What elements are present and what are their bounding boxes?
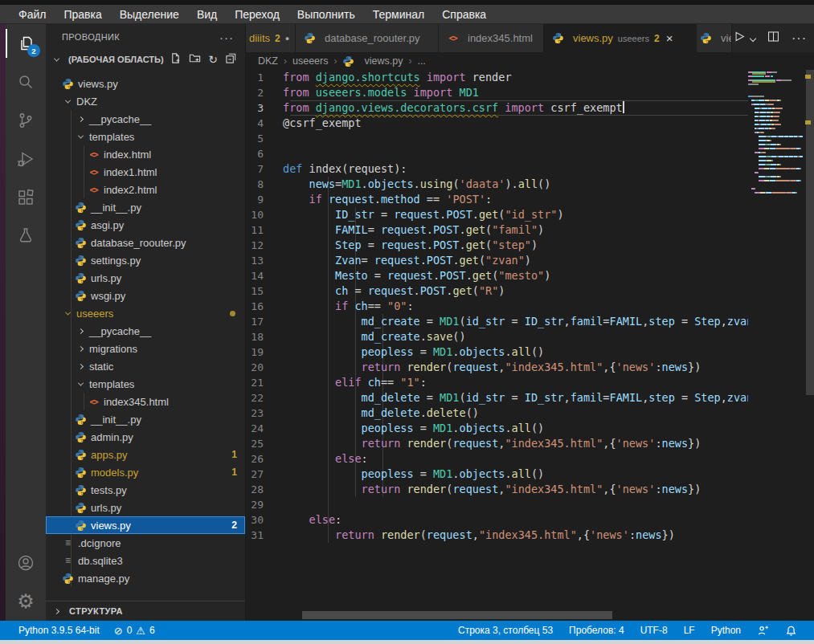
tree-item-models.py[interactable]: models.py1 (46, 463, 245, 481)
language-mode-status[interactable]: Python (706, 625, 747, 636)
tab-diiits[interactable]: diiits2● (246, 24, 296, 52)
code-line-17[interactable]: 17 md_create = MD1(id_str = ID_str,famil… (246, 314, 748, 329)
tree-item-tests.py[interactable]: tests.py (46, 481, 245, 499)
breadcrumb-item[interactable]: DKZ (258, 55, 278, 67)
account-icon[interactable] (6, 544, 46, 582)
tree-item-index345.html[interactable]: <>index345.html (46, 393, 245, 410)
breadcrumb-item[interactable]: views.py (364, 55, 403, 67)
code-line-25[interactable]: 25 return render(request,"index345.html"… (246, 436, 748, 451)
menu-item-Правка[interactable]: Правка (56, 8, 108, 21)
code-line-19[interactable]: 19 peopless = MD1.objects.all() (246, 344, 748, 360)
code-line-16[interactable]: 16 if ch== "0": (246, 299, 748, 314)
tab-index345.html[interactable]: <>index345.html (439, 24, 544, 52)
code-line-22[interactable]: 22 md_delete = MD1(id_str = ID_str,famil… (246, 390, 748, 406)
tree-item-index.html[interactable]: <>index.html (46, 145, 245, 163)
menu-item-Выполнить[interactable]: Выполнить (290, 8, 362, 21)
menu-item-Вид[interactable]: Вид (190, 8, 224, 21)
breadcrumb-item[interactable]: ... (417, 55, 425, 67)
minimap[interactable] (748, 70, 804, 214)
new-file-icon[interactable] (170, 52, 182, 67)
tree-item-admin.py[interactable]: admin.py (46, 428, 245, 446)
code-line-23[interactable]: 23 md_delete.delete() (246, 406, 748, 421)
collapse-all-icon[interactable] (225, 52, 237, 67)
python-interpreter-status[interactable]: Python 3.9.5 64-bit (13, 625, 105, 636)
tree-item-templates[interactable]: templates (46, 128, 245, 145)
cursor-position-status[interactable]: Строка 3, столбец 53 (452, 625, 558, 636)
code-line-27[interactable]: 27 peopless = MD1.objects.all() (246, 467, 748, 482)
tree-item-__init__.py[interactable]: __init__.py (46, 198, 245, 216)
extensions-icon[interactable] (6, 178, 46, 217)
code-line-12[interactable]: 12 Step = request.POST.get("step") (246, 238, 748, 253)
breadcrumb-item[interactable]: useeers (292, 55, 328, 67)
tree-item-__pycache__[interactable]: __pycache__ (46, 322, 245, 340)
code-line-4[interactable]: 4@csrf_exempt (246, 116, 748, 131)
menu-item-Справка[interactable]: Справка (435, 8, 493, 21)
close-icon[interactable]: × (666, 31, 673, 45)
tree-item-settings.py[interactable]: settings.py (46, 251, 245, 269)
testing-icon[interactable] (6, 217, 46, 255)
code-line-30[interactable]: 30 else: (246, 512, 748, 528)
explorer-icon[interactable]: 2 (6, 24, 46, 63)
split-editor-button[interactable] (767, 30, 780, 47)
tree-item-useeers[interactable]: useeers (46, 304, 245, 322)
code-line-26[interactable]: 26 else: (246, 451, 748, 467)
menu-item-Файл[interactable]: Файл (11, 8, 53, 21)
tree-item-DKZ[interactable]: DKZ (46, 92, 245, 110)
editor-more-actions-button[interactable]: ··· (792, 31, 807, 46)
tree-item-__pycache__[interactable]: __pycache__ (46, 110, 245, 128)
code-line-28[interactable]: 28 return render(request,"index345.html"… (246, 482, 748, 497)
vertical-scrollbar[interactable] (806, 70, 814, 395)
eol-status[interactable]: LF (678, 625, 701, 636)
code-line-8[interactable]: 8 news=MD1.objects.using('daata').all() (246, 177, 748, 192)
tree-item-asgi.py[interactable]: asgi.py (46, 216, 245, 234)
tab-views.py[interactable]: views.pyuseeers2× (544, 24, 697, 52)
menu-item-Переход[interactable]: Переход (227, 8, 287, 21)
code-line-6[interactable]: 6 (246, 146, 748, 161)
refresh-icon[interactable]: ↻ (208, 52, 218, 67)
new-folder-icon[interactable] (189, 52, 201, 67)
run-and-debug-icon[interactable] (6, 140, 46, 178)
code-line-24[interactable]: 24 peopless = MD1.objects.all() (246, 421, 748, 436)
tree-item-urls.py[interactable]: urls.py (46, 269, 245, 287)
code-line-11[interactable]: 11 FAMIL= request.POST.get("famil") (246, 222, 748, 238)
tree-item-db.sqlite3[interactable]: ≡db.sqlite3 (46, 552, 245, 569)
tree-item-index2.html[interactable]: <>index2.html (46, 181, 245, 198)
tree-item-static[interactable]: static (46, 357, 245, 375)
code-line-5[interactable]: 5 (246, 131, 748, 146)
code-line-13[interactable]: 13 Zvan= request.POST.get("zvan") (246, 253, 748, 268)
tree-item-manage.py[interactable]: manage.py (46, 569, 245, 587)
encoding-status[interactable]: UTF-8 (635, 625, 673, 636)
code-line-31[interactable]: 31 return render(request,"index345.html"… (246, 528, 748, 543)
breadcrumb[interactable]: DKZ›useeers›views.py›... (246, 52, 814, 70)
menu-item-Терминал[interactable]: Терминал (366, 8, 432, 21)
source-control-icon[interactable] (6, 101, 46, 140)
code-editor[interactable]: 1from django.shortcuts import render2fro… (246, 70, 748, 621)
tree-item-.dcignore[interactable]: ≡.dcignore (46, 534, 245, 552)
run-button[interactable] (732, 30, 746, 47)
code-line-1[interactable]: 1from django.shortcuts import render (246, 70, 748, 85)
sidebar-more-actions-button[interactable]: ··· (219, 31, 234, 44)
tree-item-__init__.py[interactable]: __init__.py (46, 410, 245, 428)
problems-status[interactable]: ⊘ 0 ⚠ 6 (108, 625, 161, 637)
workspace-section-header[interactable]: (РАБОЧАЯ ОБЛАСТЬ) ... ↻ (46, 50, 245, 69)
code-line-15[interactable]: 15 ch = request.POST.get("R") (246, 283, 748, 299)
code-line-20[interactable]: 20 return render(request,"index345.html"… (246, 360, 748, 375)
notifications-bell-icon[interactable] (779, 625, 803, 637)
code-line-21[interactable]: 21 elif ch== "1": (246, 375, 748, 390)
code-line-7[interactable]: 7def index(request): (246, 161, 748, 177)
tree-item-urls.py[interactable]: urls.py (46, 499, 245, 516)
menu-item-Выделение[interactable]: Выделение (112, 8, 186, 21)
tree-item-templates[interactable]: templates (46, 375, 245, 393)
tree-item-wsgi.py[interactable]: wsgi.py (46, 287, 245, 304)
tree-item-views.py[interactable]: views.py2 (46, 516, 245, 534)
horizontal-scrollbar[interactable] (302, 611, 612, 619)
code-line-18[interactable]: 18 md_create.save() (246, 329, 748, 344)
tab-vie[interactable]: vie (697, 24, 732, 52)
tab-database_roouter.py[interactable]: database_roouter.py (296, 24, 439, 52)
settings-icon[interactable]: ⚙ (6, 582, 46, 621)
code-line-29[interactable]: 29 (246, 497, 748, 512)
outline-section-header[interactable]: СТРУКТУРА (46, 601, 245, 621)
run-dropdown-icon[interactable] (750, 35, 756, 41)
search-icon[interactable] (6, 63, 46, 101)
tree-item-apps.py[interactable]: apps.py1 (46, 446, 245, 463)
